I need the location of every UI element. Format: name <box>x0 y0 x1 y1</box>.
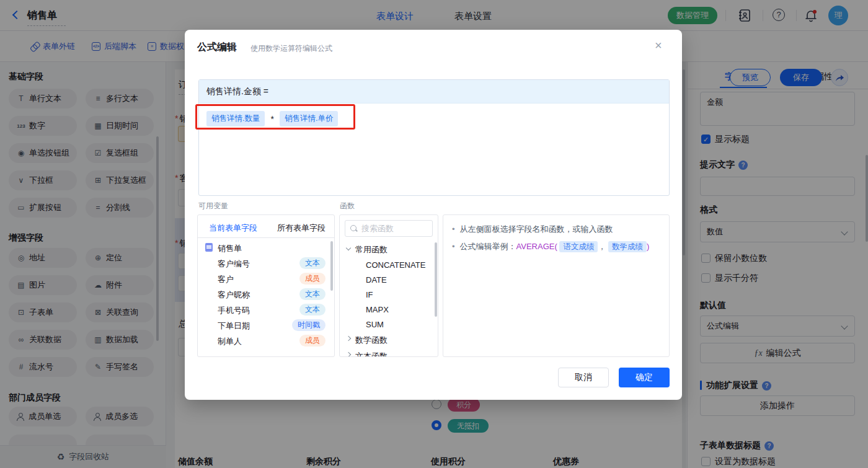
example-chip-1: 语文成绩 <box>559 241 598 252</box>
formula-hints-panel: •从左侧面板选择字段名和函数，或输入函数 •公式编辑举例：AVERAGE( 语文… <box>443 214 670 357</box>
formula-expression: 销售详情.数量 * 销售详情.单价 <box>206 111 338 126</box>
formula-chip-quantity[interactable]: 销售详情.数量 <box>206 111 265 126</box>
field-type-badge: 文本 <box>299 304 326 316</box>
confirm-button[interactable]: 确定 <box>619 368 670 387</box>
function-group[interactable]: 常用函数 <box>355 244 388 255</box>
chevron-down-icon[interactable] <box>346 245 351 250</box>
function-group[interactable]: 数学函数 <box>355 335 388 346</box>
variable-item[interactable]: 客户编号 <box>218 258 250 270</box>
search-icon <box>350 225 358 232</box>
example-function-name: AVERAGE( <box>516 242 557 251</box>
variables-panel-label: 可用变量 <box>198 201 228 211</box>
function-item[interactable]: MAPX <box>366 305 389 314</box>
field-type-badge: 成员 <box>299 273 326 285</box>
variable-item[interactable]: 客户昵称 <box>218 289 250 301</box>
variables-panel: 当前表单字段 所有表单字段 销售单客户编号文本客户成员客户昵称文本手机号码文本下… <box>197 214 335 357</box>
cancel-button[interactable]: 取消 <box>558 368 609 387</box>
field-type-badge: 时间戳 <box>292 319 326 331</box>
variable-item[interactable]: 下单日期 <box>218 320 250 332</box>
variable-item[interactable]: 制单人 <box>218 336 242 347</box>
close-icon[interactable]: × <box>655 38 662 53</box>
divider <box>198 237 335 238</box>
formula-target: 销售详情.金额 = <box>199 80 669 104</box>
modal-title: 公式编辑 <box>197 41 237 54</box>
example-chip-2: 数学成绩 <box>608 241 647 252</box>
tab-current-form-fields[interactable]: 当前表单字段 <box>209 223 257 234</box>
function-item[interactable]: DATE <box>366 275 387 285</box>
formula-editor[interactable]: 销售详情.金额 = 销售详情.数量 * 销售详情.单价 <box>198 79 670 196</box>
field-type-badge: 成员 <box>299 335 326 347</box>
function-item[interactable]: CONCATENATE <box>366 260 425 270</box>
variables-root[interactable]: 销售单 <box>205 243 242 254</box>
chevron-right-icon[interactable] <box>346 336 351 341</box>
function-group[interactable]: 文本函数 <box>355 351 388 357</box>
formula-edit-modal: 公式编辑 使用数学运算符编辑公式 × 销售详情.金额 = 销售详情.数量 * 销… <box>185 30 682 400</box>
hint-line-1: •从左侧面板选择字段名和函数，或输入函数 <box>452 224 613 235</box>
functions-panel-label: 函数 <box>340 201 355 211</box>
variable-item[interactable]: 客户 <box>218 274 234 285</box>
formula-operator: * <box>270 114 273 124</box>
function-item[interactable]: IF <box>366 290 373 299</box>
chevron-right-icon[interactable] <box>346 352 351 357</box>
functions-panel: 搜索函数 常用函数CONCATENATEDATEIFMAPXSUM数学函数文本函… <box>339 214 438 357</box>
function-search-input[interactable]: 搜索函数 <box>345 220 433 237</box>
variable-item[interactable]: 手机号码 <box>218 305 250 316</box>
function-item[interactable]: SUM <box>366 320 384 329</box>
hint-line-2: •公式编辑举例：AVERAGE( 语文成绩， 数学成绩) <box>452 241 649 252</box>
formula-chip-price[interactable]: 销售详情.单价 <box>280 111 338 126</box>
field-type-badge: 文本 <box>299 288 326 300</box>
form-designer-app: 销售单 表单设计 表单设置 数据管理 ? 理 表单外链 <box>0 0 868 468</box>
tab-all-form-fields[interactable]: 所有表单字段 <box>277 223 326 234</box>
variables-scrollbar[interactable] <box>330 241 333 291</box>
functions-scrollbar[interactable] <box>435 242 437 317</box>
form-doc-icon <box>205 243 213 252</box>
field-type-badge: 文本 <box>299 257 326 269</box>
modal-subtitle: 使用数学运算符编辑公式 <box>250 43 332 54</box>
